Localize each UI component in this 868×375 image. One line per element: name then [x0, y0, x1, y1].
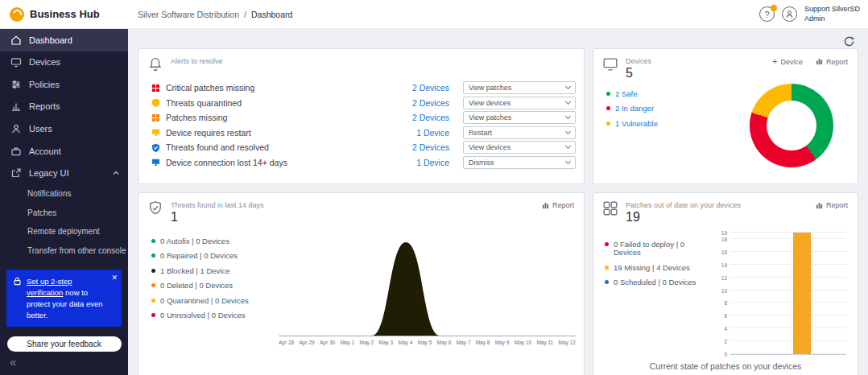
report-button[interactable]: Report: [816, 201, 848, 209]
alert-row: Threats found and resolved 2 Devices Vie…: [151, 140, 576, 155]
alert-action-select[interactable]: View devices: [463, 97, 576, 109]
refresh-icon: [843, 35, 855, 47]
sidebar-item-users[interactable]: Users: [0, 117, 128, 140]
sidebar-item-reports[interactable]: Reports: [0, 96, 128, 118]
legend-dot: [151, 239, 155, 243]
alert-action-select[interactable]: Restart: [463, 126, 576, 139]
brand[interactable]: Business Hub: [0, 7, 128, 22]
alert-action-select[interactable]: View patches: [463, 111, 576, 124]
legend-dot: [151, 269, 155, 273]
patches-boxes-icon: [601, 200, 619, 225]
brand-name: Business Hub: [30, 8, 100, 20]
sidebar-item-legacy-ui[interactable]: Legacy UI: [0, 162, 128, 184]
legend-item-vulnerable[interactable]: 1 Vulnerable: [606, 120, 658, 128]
alert-count-link[interactable]: 2 Devices: [412, 98, 449, 108]
shield-check-icon: [151, 143, 160, 152]
card-title: Devices: [626, 56, 651, 65]
sidebar-item-label: Account: [29, 146, 61, 156]
close-icon[interactable]: ✕: [111, 273, 118, 283]
alert-count-link[interactable]: 2 Devices: [412, 142, 449, 152]
user-name: Support SilverSD: [804, 5, 860, 14]
monitor-icon: [601, 56, 619, 80]
device-icon: [151, 158, 160, 167]
patches-count: 19: [626, 210, 741, 225]
threats-area-path: [279, 242, 576, 336]
legend-item-scheduled: 0 Scheduled | 0 Devices: [605, 278, 713, 286]
alert-row: Threats quarantined 2 Devices View devic…: [151, 96, 576, 111]
patch-grid-icon: [151, 84, 160, 93]
alert-action-select[interactable]: View patches: [463, 81, 576, 94]
alert-count-link[interactable]: 2 Devices: [412, 83, 449, 93]
alert-row: Device requires restart 1 Device Restart: [151, 126, 576, 141]
sidebar-subitem-transfer[interactable]: Transfer from other console: [0, 241, 128, 261]
legend-dot: [151, 283, 155, 287]
topbar-right: ? Support SilverSD Admin: [759, 5, 868, 23]
share-feedback-button[interactable]: Share your feedback: [7, 336, 122, 352]
threats-card: Threats found in last 14 days 1 Report 0…: [138, 192, 585, 375]
card-title: Alerts to resolve: [171, 56, 223, 65]
threats-count: 1: [171, 210, 264, 225]
patches-card: Patches out of date on your devices 19 R…: [593, 192, 858, 375]
notification-badge: [771, 5, 777, 11]
devices-count: 5: [626, 66, 651, 80]
patch-grid-icon: [151, 113, 160, 122]
card-title: Threats found in last 14 days: [171, 200, 264, 209]
alert-action-select[interactable]: Dismiss: [463, 156, 576, 169]
bar-chart-icon: [542, 202, 549, 209]
breadcrumb-parent[interactable]: Silver Software Distribution: [138, 10, 239, 19]
device-icon: [151, 128, 160, 137]
alert-row: Patches missing 2 Devices View patches: [151, 110, 576, 126]
sidebar-item-dashboard[interactable]: Dashboard: [0, 29, 128, 52]
report-button[interactable]: Report: [816, 57, 848, 66]
sidebar-subitem-remote-deployment[interactable]: Remote deployment: [0, 222, 128, 241]
legend-item-safe[interactable]: 2 Safe: [606, 90, 658, 98]
sidebar-subitem-notifications[interactable]: Notifications: [0, 184, 128, 204]
legend-item-failed-to-deploy: 0 Failed to deploy | 0 Devices: [605, 241, 713, 258]
legend-item-autofix: 0 Autofix | 0 Devices: [151, 237, 279, 245]
breadcrumb: Silver Software Distribution / Dashboard: [138, 10, 292, 19]
help-button[interactable]: ?: [759, 6, 775, 22]
report-button[interactable]: Report: [542, 201, 574, 209]
legend-item-blocked: 1 Blocked | 1 Device: [151, 267, 279, 275]
legend-item-quarantined: 0 Quarantined | 0 Devices: [151, 297, 279, 305]
legend-dot: [606, 92, 610, 96]
plus-icon: +: [772, 57, 777, 66]
card-title: Patches out of date on your devices: [626, 200, 741, 209]
user-icon: [10, 123, 22, 134]
user-avatar[interactable]: [782, 6, 797, 22]
sidebar: Dashboard Devices Policies Reports Users…: [0, 29, 128, 375]
devices-donut: [750, 84, 833, 167]
legend-dot: [151, 299, 155, 303]
threats-area-chart: [279, 237, 576, 337]
person-icon: [785, 10, 794, 19]
sidebar-collapse-button[interactable]: «: [0, 352, 24, 375]
alert-action-select[interactable]: View devices: [463, 141, 576, 154]
sliders-icon: [10, 79, 22, 90]
legend-dot: [605, 280, 609, 284]
alert-count-link[interactable]: 1 Device: [416, 128, 449, 138]
legend-dot: [151, 313, 155, 317]
breadcrumb-current: Dashboard: [251, 10, 292, 19]
sidebar-item-label: Users: [29, 124, 52, 134]
lock-icon: [13, 277, 22, 286]
legend-item-unresolved: 0 Unresolved | 0 Devices: [151, 311, 279, 319]
add-device-button[interactable]: +Device: [772, 57, 803, 66]
sidebar-item-devices[interactable]: Devices: [0, 52, 128, 74]
sidebar-subitem-patches[interactable]: Patches: [0, 203, 128, 222]
bar-chart-icon: [816, 202, 823, 209]
two-step-verification-banner: Set up 2-step verification now to protec…: [6, 270, 122, 327]
refresh-button[interactable]: [843, 35, 855, 47]
legend-item-in-danger[interactable]: 2 In danger: [606, 105, 658, 113]
chevron-down-icon: [565, 99, 571, 105]
sidebar-item-label: Reports: [29, 101, 60, 111]
banner-text: Set up 2-step verification now to protec…: [27, 276, 110, 320]
alert-count-link[interactable]: 2 Devices: [412, 113, 449, 122]
sidebar-item-account[interactable]: Account: [0, 140, 128, 163]
bell-icon: [147, 56, 164, 76]
chevron-down-icon: [565, 113, 571, 119]
chevron-down-icon: [565, 159, 571, 164]
sidebar-item-policies[interactable]: Policies: [0, 73, 128, 96]
alert-count-link[interactable]: 1 Device: [416, 158, 449, 167]
chevron-down-icon: [565, 84, 571, 89]
shield-icon: [151, 98, 160, 107]
